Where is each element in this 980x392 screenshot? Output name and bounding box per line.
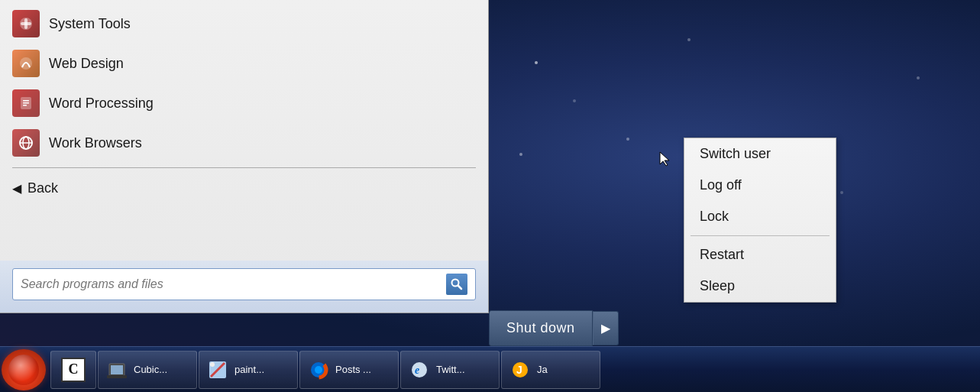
start-button[interactable] <box>2 349 46 390</box>
log-off-label: Log off <box>700 177 742 193</box>
svg-text:J: J <box>516 364 522 376</box>
svg-point-18 <box>210 362 215 367</box>
search-button[interactable] <box>446 274 467 295</box>
start-orb-icon <box>8 355 39 385</box>
taskbar-posts-button[interactable]: Posts ... <box>299 351 399 389</box>
shutdown-area: Shut down ▶ <box>489 310 619 346</box>
search-icon <box>451 278 463 290</box>
menu-item-system-tools[interactable]: System Tools <box>0 4 488 44</box>
system-tools-label: System Tools <box>49 16 131 32</box>
ja-icon: J <box>509 359 531 381</box>
taskbar-c-button[interactable]: C <box>50 351 96 389</box>
menu-item-work-browsers[interactable]: Work Browsers <box>0 123 488 163</box>
flyout-item-switch-user[interactable]: Switch user <box>684 138 836 170</box>
paint-icon <box>207 359 228 381</box>
taskbar: C Cubic... paint... <box>0 346 980 392</box>
web-design-icon <box>12 50 40 77</box>
svg-line-12 <box>458 286 462 290</box>
shutdown-button[interactable]: Shut down <box>489 310 593 346</box>
system-tools-icon <box>12 10 40 37</box>
flyout-divider <box>691 235 830 236</box>
svg-text:e: e <box>415 364 419 376</box>
back-button[interactable]: ◀ Back <box>0 173 488 204</box>
work-browsers-label: Work Browsers <box>49 135 142 151</box>
cubic-icon <box>106 359 128 381</box>
svg-rect-7 <box>23 105 27 106</box>
word-processing-icon <box>12 89 40 117</box>
svg-rect-5 <box>23 100 29 102</box>
ja-label: Ja <box>537 364 548 375</box>
switch-user-label: Switch user <box>700 146 771 161</box>
start-menu: System Tools Web Design Word Process <box>0 0 489 313</box>
svg-rect-15 <box>107 375 127 378</box>
cubic-label: Cubic... <box>134 364 167 375</box>
shutdown-label: Shut down <box>506 320 575 335</box>
taskbar-ja-button[interactable]: J Ja <box>501 351 600 389</box>
lock-label: Lock <box>700 209 729 224</box>
posts-label: Posts ... <box>335 364 371 375</box>
search-input-wrap <box>12 268 476 300</box>
flyout-item-restart[interactable]: Restart <box>684 239 836 271</box>
twitter-label: Twitt... <box>436 364 465 375</box>
posts-icon <box>308 359 329 381</box>
taskbar-twitter-button[interactable]: e Twitt... <box>400 351 500 389</box>
twitter-icon: e <box>409 359 430 381</box>
search-input[interactable] <box>21 277 440 291</box>
menu-divider <box>12 167 476 168</box>
word-processing-label: Word Processing <box>49 96 154 112</box>
svg-point-21 <box>315 366 322 374</box>
shutdown-arrow-icon: ▶ <box>601 321 610 335</box>
menu-items-list: System Tools Web Design Word Process <box>0 0 488 261</box>
taskbar-paint-button[interactable]: paint... <box>199 351 298 389</box>
web-design-label: Web Design <box>49 56 124 72</box>
c-icon: C <box>61 358 86 382</box>
flyout-item-log-off[interactable]: Log off <box>684 170 836 201</box>
flyout-menu: Switch user Log off Lock Restart Sleep <box>684 138 836 303</box>
taskbar-cubic-button[interactable]: Cubic... <box>98 351 197 389</box>
shutdown-arrow-button[interactable]: ▶ <box>593 311 619 345</box>
flyout-item-lock[interactable]: Lock <box>684 201 836 232</box>
back-label: Back <box>27 180 58 196</box>
svg-rect-2 <box>21 22 31 25</box>
flyout-item-sleep[interactable]: Sleep <box>684 271 836 302</box>
search-bar <box>0 261 488 313</box>
svg-rect-6 <box>23 102 29 104</box>
back-arrow-icon: ◀ <box>12 181 21 196</box>
menu-item-word-processing[interactable]: Word Processing <box>0 83 488 123</box>
sleep-label: Sleep <box>700 278 735 293</box>
restart-label: Restart <box>700 247 744 262</box>
svg-rect-14 <box>111 365 123 374</box>
paint-label: paint... <box>234 364 264 375</box>
menu-item-web-design[interactable]: Web Design <box>0 44 488 83</box>
work-browsers-icon <box>12 129 40 157</box>
